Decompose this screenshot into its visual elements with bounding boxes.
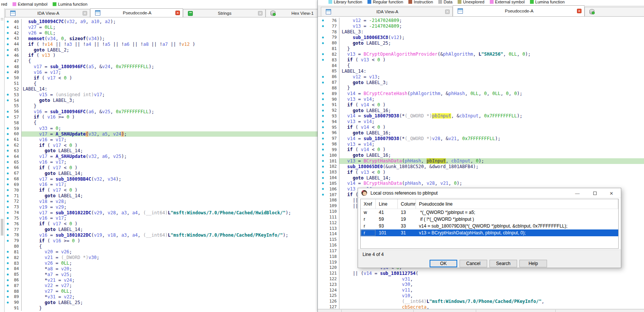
address-dot[interactable] xyxy=(322,183,324,184)
address-dot[interactable] xyxy=(7,55,9,56)
code-line[interactable]: 55 } xyxy=(5,103,317,109)
address-dot[interactable] xyxy=(7,301,9,303)
address-dot[interactable] xyxy=(322,121,324,123)
code-line[interactable]: 62 if ( v17 < 0 ) xyxy=(5,142,317,148)
xref-row[interactable]: w4113 *(_QWORD *)pbInput = a5; xyxy=(361,209,618,216)
tab-close-icon[interactable] xyxy=(175,11,180,15)
code-line[interactable]: 76 v12 = -2147024809; xyxy=(318,18,644,23)
code-line[interactable]: 122 v31, xyxy=(318,276,644,282)
help-button[interactable]: Help xyxy=(519,260,547,267)
code-line[interactable]: 104 goto LABEL_14; xyxy=(318,175,644,181)
address-dot[interactable] xyxy=(7,257,9,259)
code-line[interactable]: 54 goto LABEL_3; xyxy=(5,98,317,103)
code-line[interactable]: 100 goto LABEL_16; xyxy=(318,153,644,158)
code-line[interactable]: 123 v30, xyxy=(318,282,644,287)
address-dot[interactable] xyxy=(7,139,9,140)
address-dot[interactable] xyxy=(322,53,324,55)
code-line[interactable]: 89 *v31 = v22; xyxy=(5,294,317,300)
tab-close-icon[interactable] xyxy=(83,11,87,16)
address-dot[interactable] xyxy=(322,126,324,128)
address-dot[interactable] xyxy=(7,240,9,242)
xref-row[interactable]: r10131v13 = BCryptHashData(phHash, pbInp… xyxy=(361,229,618,236)
code-line[interactable]: 64 v17 = A_SHAUpdate(v32, a6, v25); xyxy=(5,154,317,159)
code-line[interactable]: 53 v15 = (unsigned int)v17; xyxy=(5,92,317,98)
maximize-icon[interactable] xyxy=(591,190,598,196)
code-line[interactable]: 91 } xyxy=(5,305,317,311)
address-dot[interactable] xyxy=(322,137,324,139)
code-line[interactable]: 78LABEL_3: xyxy=(318,29,644,35)
address-dot[interactable] xyxy=(7,111,9,112)
code-line[interactable]: 82 v13 = BCryptOpenAlgorithmProvider(&ph… xyxy=(318,51,644,57)
xref-table[interactable]: XrefLineColumnPseudocode line w4113 *(_Q… xyxy=(360,199,619,249)
tab-close-icon[interactable] xyxy=(445,9,450,14)
code-line[interactable]: 101 v13 = BCryptHashData(phHash, pbInput… xyxy=(318,158,644,164)
address-dot[interactable] xyxy=(322,98,324,100)
cancel-button[interactable]: Cancel xyxy=(460,260,487,267)
address-dot[interactable] xyxy=(322,104,324,106)
search-button[interactable]: Search xyxy=(489,260,517,267)
address-dot[interactable] xyxy=(7,285,9,287)
code-line[interactable]: 90 v13 = v14; xyxy=(318,97,644,102)
dialog-titlebar[interactable]: Local cross references to pbInput — ✕ xyxy=(358,188,621,198)
left-pseudocode-view[interactable]: 40 sub_180094C7C(v32, a9, a10, a2);41 v2… xyxy=(5,17,317,312)
code-line[interactable]: 68 v17 = sub_18009BB4C(v32, v34); xyxy=(5,176,317,182)
address-dot[interactable] xyxy=(322,171,324,173)
code-line[interactable]: 105 v14 = BCryptHashData(phHash, v28, v2… xyxy=(318,181,644,186)
code-line[interactable]: 60 v17 = A_SHAUpdate(v32, a5, v24); xyxy=(5,131,317,137)
code-line[interactable]: 40 sub_180094C7C(v32, a9, a10, a2); xyxy=(5,19,317,25)
address-dot[interactable] xyxy=(7,251,9,253)
code-line[interactable]: 89 v14 = BCryptCreateHash(phAlgorithm, &… xyxy=(318,91,644,97)
address-dot[interactable] xyxy=(7,128,9,129)
code-line[interactable]: 61 v16 = v17; xyxy=(5,137,317,142)
address-dot[interactable] xyxy=(7,189,9,191)
address-dot[interactable] xyxy=(7,94,9,96)
code-line[interactable]: 84 *a8 = v20; xyxy=(5,266,317,271)
code-line[interactable]: 124 v11, xyxy=(318,287,644,293)
code-line[interactable]: 52LABEL_14: xyxy=(5,86,317,92)
address-dot[interactable] xyxy=(7,229,9,231)
code-line[interactable]: 102 sub_180065DE0(&unk_18018C520, &dword… xyxy=(318,164,644,170)
address-dot[interactable] xyxy=(322,115,324,117)
address-dot[interactable] xyxy=(7,156,9,158)
code-line[interactable]: 87 goto LABEL_3; xyxy=(318,80,644,85)
address-dot[interactable] xyxy=(7,49,9,51)
address-dot[interactable] xyxy=(322,93,324,95)
address-dot[interactable] xyxy=(322,109,324,111)
address-dot[interactable] xyxy=(322,154,324,156)
code-line[interactable]: 73 v19 = v29; xyxy=(5,204,317,210)
column-header[interactable]: Column xyxy=(398,199,416,209)
code-line[interactable]: 77 v13 = -2147024809; xyxy=(318,23,644,29)
address-dot[interactable] xyxy=(322,149,324,151)
code-line[interactable]: 70 if ( v17 < 0 ) xyxy=(5,187,317,193)
address-dot[interactable] xyxy=(7,172,9,174)
tab-pseudocode-a[interactable]: Pseudocode-A xyxy=(453,5,585,16)
address-dot[interactable] xyxy=(7,66,9,68)
code-line[interactable]: 45 goto LABEL_2; xyxy=(5,47,317,53)
code-line[interactable]: 85 *a7 = v25; xyxy=(5,271,317,277)
address-dot[interactable] xyxy=(322,194,324,196)
code-line[interactable]: 57 if ( v16 >= 0 ) xyxy=(5,114,317,120)
code-line[interactable]: 82 v21 = (_DWORD *)v30; xyxy=(5,255,317,261)
address-dot[interactable] xyxy=(7,273,9,275)
code-line[interactable]: 48 v17 = sub_1800946FC(a5, &v24, 0x7FFFF… xyxy=(5,64,317,70)
scrollbar-thumb[interactable] xyxy=(1,219,3,236)
xref-row[interactable]: r5919 if ( !*(_QWORD *)pbInput ) xyxy=(361,216,618,223)
address-dot[interactable] xyxy=(322,132,324,134)
code-line[interactable]: 75 v16 = v17; xyxy=(5,215,317,221)
code-line[interactable]: 49 v16 = v17; xyxy=(5,69,317,75)
code-line[interactable]: 79 sub_18006E3C8(v12); xyxy=(318,34,644,40)
address-dot[interactable] xyxy=(7,195,9,197)
code-line[interactable]: 83 if ( v13 < 0 ) xyxy=(318,57,644,63)
code-line[interactable]: 65 v16 = v17; xyxy=(5,159,317,165)
close-icon[interactable]: ✕ xyxy=(608,190,615,196)
address-dot[interactable] xyxy=(7,100,9,101)
code-line[interactable]: 86 v12 = v13; xyxy=(318,74,644,80)
address-dot[interactable] xyxy=(7,43,9,45)
code-line[interactable]: 94 v13 = v14; xyxy=(318,119,644,125)
address-dot[interactable] xyxy=(7,290,9,292)
code-line[interactable]: 92 goto LABEL_16; xyxy=(318,108,644,113)
tab-pseudocode-a[interactable]: Pseudocode-A xyxy=(90,8,183,17)
address-dot[interactable] xyxy=(7,279,9,281)
tab-close-icon[interactable] xyxy=(577,9,581,13)
address-dot[interactable] xyxy=(7,268,9,270)
